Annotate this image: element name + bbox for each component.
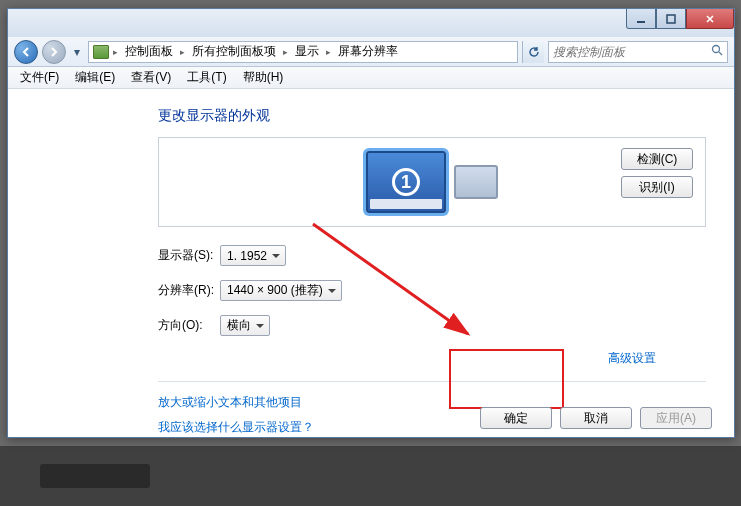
chevron-right-icon: ▸ <box>324 47 333 57</box>
dialog-footer: 确定 取消 应用(A) <box>480 407 712 429</box>
menu-view[interactable]: 查看(V) <box>123 67 179 88</box>
breadcrumb: ▸ 控制面板 ▸ 所有控制面板项 ▸ 显示 ▸ 屏幕分辨率 <box>88 41 518 63</box>
breadcrumb-item[interactable]: 屏幕分辨率 <box>335 41 401 62</box>
display-select[interactable]: 1. 1952 <box>220 245 286 266</box>
monitor-secondary[interactable] <box>454 165 498 199</box>
cancel-button[interactable]: 取消 <box>560 407 632 429</box>
control-panel-window: ▾ ▸ 控制面板 ▸ 所有控制面板项 ▸ 显示 ▸ 屏幕分辨率 文件(F) 编辑… <box>7 8 735 438</box>
identify-button[interactable]: 识别(I) <box>621 176 693 198</box>
resolution-label: 分辨率(R): <box>158 282 220 299</box>
refresh-button[interactable] <box>522 41 544 63</box>
menu-edit[interactable]: 编辑(E) <box>67 67 123 88</box>
orientation-label: 方向(O): <box>158 317 220 334</box>
svg-rect-1 <box>667 15 675 23</box>
menu-bar: 文件(F) 编辑(E) 查看(V) 工具(T) 帮助(H) <box>8 67 734 89</box>
nav-history-dropdown[interactable]: ▾ <box>70 42 84 62</box>
page-title: 更改显示器的外观 <box>158 107 706 125</box>
search-input[interactable] <box>553 45 711 59</box>
menu-tools[interactable]: 工具(T) <box>179 67 234 88</box>
search-box[interactable] <box>548 41 728 63</box>
menu-help[interactable]: 帮助(H) <box>235 67 292 88</box>
apply-button: 应用(A) <box>640 407 712 429</box>
maximize-button[interactable] <box>656 9 686 29</box>
content-area: 更改显示器的外观 1 检测(C) 识别(I) 显示器(S): 1. 1952 分… <box>8 89 734 446</box>
titlebar <box>8 9 734 37</box>
breadcrumb-item[interactable]: 显示 <box>292 41 322 62</box>
search-icon <box>711 44 723 59</box>
address-bar: ▾ ▸ 控制面板 ▸ 所有控制面板项 ▸ 显示 ▸ 屏幕分辨率 <box>8 37 734 67</box>
advanced-settings-link[interactable]: 高级设置 <box>608 350 656 367</box>
detect-button[interactable]: 检测(C) <box>621 148 693 170</box>
orientation-select[interactable]: 横向 <box>220 315 270 336</box>
monitor-taskbar-icon <box>370 199 442 209</box>
monitor-preview-box: 1 检测(C) 识别(I) <box>158 137 706 227</box>
svg-point-2 <box>713 46 720 53</box>
control-panel-icon <box>93 45 109 59</box>
resolution-select[interactable]: 1440 × 900 (推荐) <box>220 280 342 301</box>
forward-button[interactable] <box>42 40 66 64</box>
svg-rect-0 <box>637 21 645 23</box>
breadcrumb-item[interactable]: 所有控制面板项 <box>189 41 279 62</box>
minimize-button[interactable] <box>626 9 656 29</box>
display-label: 显示器(S): <box>158 247 220 264</box>
background-strip <box>0 446 741 506</box>
close-button[interactable] <box>686 9 734 29</box>
monitor-1[interactable]: 1 <box>366 151 446 213</box>
chevron-right-icon: ▸ <box>111 47 120 57</box>
ok-button[interactable]: 确定 <box>480 407 552 429</box>
breadcrumb-item[interactable]: 控制面板 <box>122 41 176 62</box>
back-button[interactable] <box>14 40 38 64</box>
chevron-right-icon: ▸ <box>281 47 290 57</box>
monitor-number: 1 <box>392 168 420 196</box>
menu-file[interactable]: 文件(F) <box>12 67 67 88</box>
chevron-right-icon: ▸ <box>178 47 187 57</box>
